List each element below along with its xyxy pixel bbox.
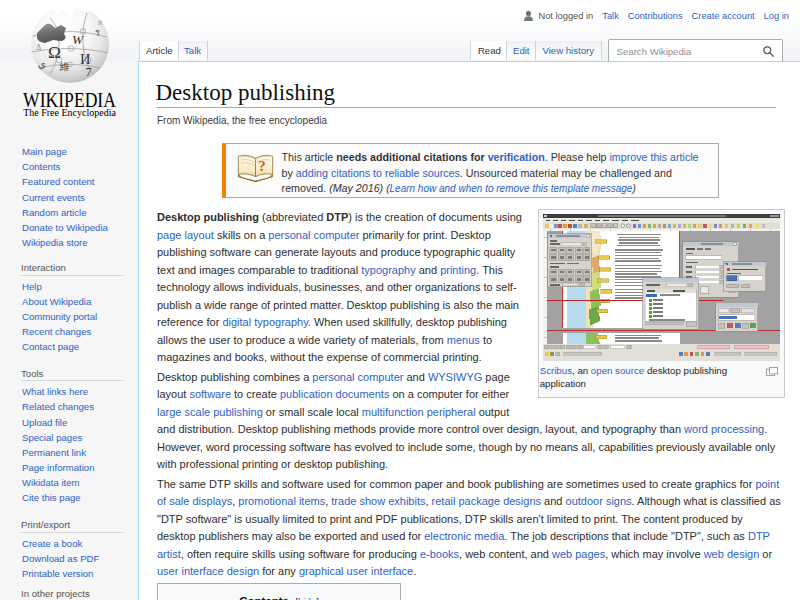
- svg-text:א: א: [98, 18, 103, 27]
- svg-text:7: 7: [86, 65, 92, 79]
- svg-text:W: W: [72, 32, 85, 47]
- svg-text:ร: ร: [95, 28, 100, 38]
- svg-text:ي: ي: [38, 58, 46, 70]
- svg-text:Δ: Δ: [36, 43, 41, 52]
- svg-text:?: ?: [258, 157, 266, 173]
- svg-text:維: 維: [60, 61, 70, 72]
- svg-text:Ω: Ω: [48, 42, 61, 62]
